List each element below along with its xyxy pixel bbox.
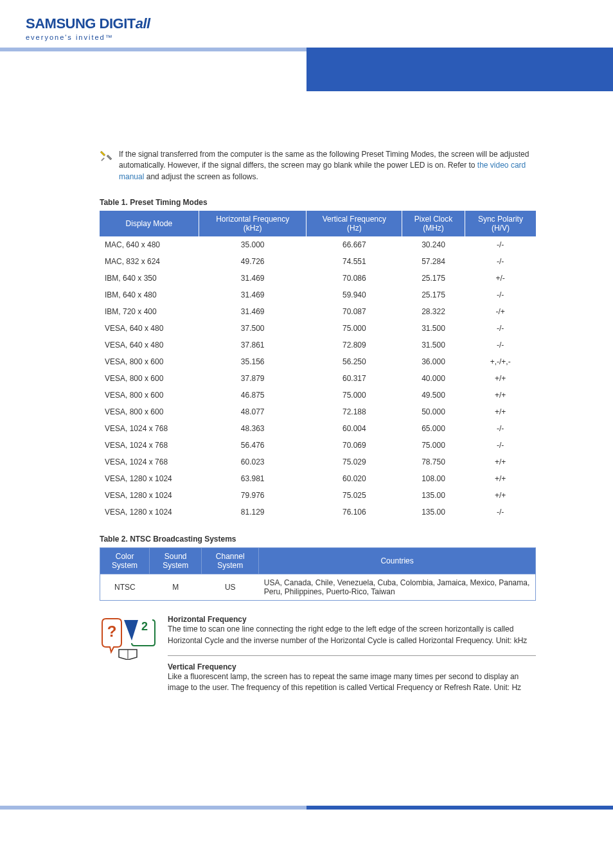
vfreq-definition: Vertical Frequency Like a fluorescent la… (168, 662, 536, 694)
table-header-row: Color System Sound System Channel System… (100, 548, 536, 574)
cell-p: 28.322 (402, 303, 465, 320)
cell-p: 108.00 (402, 470, 465, 487)
footer-bar (0, 806, 613, 810)
cell-p: 78.750 (402, 454, 465, 470)
table-row: VESA, 1280 x 102479.97675.025135.00+/+ (100, 487, 536, 504)
cell-s: +/+ (465, 387, 536, 403)
table-row: VESA, 640 x 48037.50075.00031.500-/- (100, 320, 536, 337)
cell-h: 81.129 (199, 504, 306, 520)
intro-text: If the signal transferred from the compu… (119, 149, 536, 182)
th-channel-system: Channel System (202, 548, 259, 574)
cell-p: 25.175 (402, 270, 465, 287)
table-row: VESA, 800 x 60035.15656.25036.000+,-/+,- (100, 353, 536, 370)
svg-rect-0 (101, 157, 105, 161)
definitions-block: ? 2 Horizontal Frequency The time to sca… (100, 615, 536, 703)
cell-mode: VESA, 1024 x 768 (100, 437, 199, 454)
ntsc-table: Color System Sound System Channel System… (100, 547, 536, 601)
cell-mode: IBM, 640 x 480 (100, 287, 199, 303)
content: If the signal transferred from the compu… (0, 91, 613, 729)
cell-mode: VESA, 800 x 600 (100, 370, 199, 387)
timing-table-wrap: Display Mode Horizontal Frequency(kHz) V… (100, 211, 536, 520)
th-sound-system: Sound System (150, 548, 202, 574)
th-vfreq-sub: (Hz) (312, 224, 396, 233)
th-sync-sub: (H/V) (470, 224, 531, 233)
cell-mode: VESA, 1024 x 768 (100, 454, 199, 470)
cell-h: 60.023 (199, 454, 306, 470)
footer-bar-left (0, 806, 306, 810)
table1-title: Table 1. Preset Timing Modes (100, 198, 536, 207)
vfreq-title: Vertical Frequency (168, 662, 536, 671)
cell-h: 31.469 (199, 303, 306, 320)
cell-p: 31.500 (402, 320, 465, 337)
cell-p: 135.00 (402, 504, 465, 520)
table-row: VESA, 640 x 48037.86172.80931.500-/- (100, 337, 536, 353)
cell-s: -/- (465, 437, 536, 454)
cell-p: 57.284 (402, 253, 465, 270)
cell-h: 56.476 (199, 437, 306, 454)
cell-h: 63.981 (199, 470, 306, 487)
cell-v: 75.025 (306, 487, 402, 504)
th-pixel-sub: (MHz) (407, 224, 459, 233)
cell-h: 48.363 (199, 420, 306, 437)
cell-h: 35.156 (199, 353, 306, 370)
header: SAMSUNG DIGITall everyone's invited™ (0, 0, 613, 91)
cell-h: 37.861 (199, 337, 306, 353)
table-row: VESA, 800 x 60046.87575.00049.500+/+ (100, 387, 536, 403)
cell-h: 46.875 (199, 387, 306, 403)
table-row: NTSC M US USA, Canada, Chile, Venezuela,… (100, 574, 536, 601)
cell-v: 76.106 (306, 504, 402, 520)
tools-icon (100, 149, 112, 182)
cell-mode: IBM, 640 x 350 (100, 270, 199, 287)
table-row: VESA, 1024 x 76860.02375.02978.750+/+ (100, 454, 536, 470)
table-row: VESA, 800 x 60048.07772.18850.000+/+ (100, 403, 536, 420)
cell-s: +/+ (465, 454, 536, 470)
cell-mode: VESA, 640 x 480 (100, 337, 199, 353)
th-hfreq: Horizontal Frequency(kHz) (199, 211, 306, 236)
cell-s: +/+ (465, 487, 536, 504)
brand-part2: all (136, 15, 150, 31)
cell-p: 40.000 (402, 370, 465, 387)
hfreq-title: Horizontal Frequency (168, 615, 536, 624)
th-vfreq-main: Vertical Frequency (323, 215, 386, 224)
cell-v: 72.809 (306, 337, 402, 353)
th-display-mode-label: Display Mode (126, 219, 173, 228)
cell-mode: VESA, 1280 x 1024 (100, 504, 199, 520)
cell-mode: VESA, 800 x 600 (100, 353, 199, 370)
faq-icon: ? 2 (100, 615, 156, 703)
subheader (0, 51, 613, 91)
th-hfreq-sub: (kHz) (204, 224, 301, 233)
cell-mode: VESA, 800 x 600 (100, 403, 199, 420)
brand-part1: SAMSUNG DIGIT (26, 15, 136, 31)
cell-p: 36.000 (402, 353, 465, 370)
th-sync-main: Sync Polarity (478, 215, 523, 224)
cell-p: 49.500 (402, 387, 465, 403)
cell-v: 56.250 (306, 353, 402, 370)
th-vfreq: Vertical Frequency(Hz) (306, 211, 402, 236)
cell-p: 50.000 (402, 403, 465, 420)
cell-v: 60.317 (306, 370, 402, 387)
cell-h: 37.500 (199, 320, 306, 337)
cell-h: 37.879 (199, 370, 306, 387)
logo-area: SAMSUNG DIGITall everyone's invited™ (0, 0, 613, 48)
cell-v: 72.188 (306, 403, 402, 420)
th-sync: Sync Polarity(H/V) (465, 211, 536, 236)
table-row: VESA, 800 x 60037.87960.31740.000+/+ (100, 370, 536, 387)
cell-channel-system: US (202, 574, 259, 601)
cell-mode: MAC, 640 x 480 (100, 236, 199, 253)
svg-text:2: 2 (141, 620, 148, 633)
th-hfreq-main: Horizontal Frequency (216, 215, 289, 224)
cell-s: +/- (465, 270, 536, 287)
logo-text: SAMSUNG DIGITall (26, 15, 613, 32)
cell-s: +,-/+,- (465, 353, 536, 370)
cell-s: -/+ (465, 303, 536, 320)
cell-mode: VESA, 640 x 480 (100, 320, 199, 337)
cell-p: 135.00 (402, 487, 465, 504)
table-row: MAC, 832 x 62449.72674.55157.284-/- (100, 253, 536, 270)
cell-h: 48.077 (199, 403, 306, 420)
cell-s: +/+ (465, 403, 536, 420)
cell-v: 70.086 (306, 270, 402, 287)
cell-s: -/- (465, 236, 536, 253)
subheader-left (0, 51, 306, 91)
th-pixel-main: Pixel Clock (414, 215, 452, 224)
cell-mode: MAC, 832 x 624 (100, 253, 199, 270)
